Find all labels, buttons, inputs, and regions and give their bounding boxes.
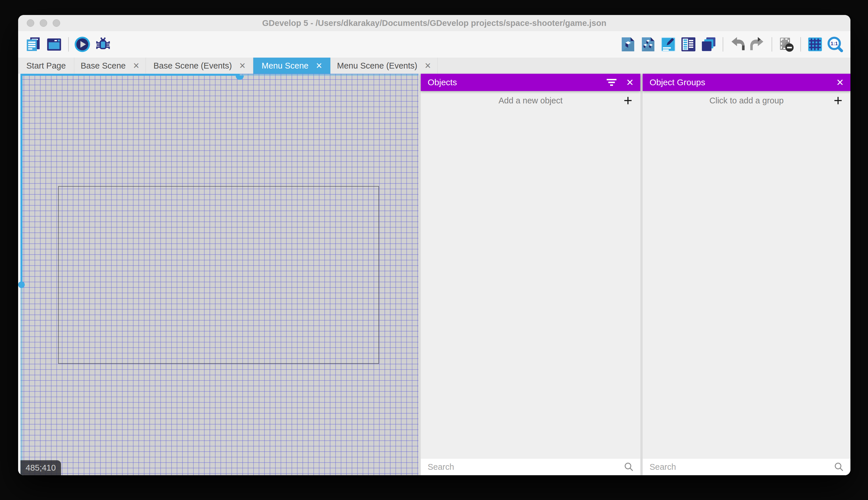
object-groups-search-row bbox=[643, 458, 851, 475]
scene-editor-canvas[interactable]: 485;410 bbox=[18, 74, 419, 475]
object-groups-panel-title: Object Groups bbox=[649, 78, 826, 87]
toolbar-divider bbox=[68, 37, 69, 52]
close-panel-icon[interactable]: × bbox=[836, 76, 844, 88]
objects-list-empty bbox=[421, 110, 640, 458]
zoom-button[interactable]: 1:1 bbox=[827, 36, 844, 53]
zoom-1to1-icon: 1:1 bbox=[827, 36, 844, 53]
preview-play-icon bbox=[74, 36, 91, 53]
object-groups-panel-header: Object Groups × bbox=[643, 74, 851, 91]
object-groups-list-empty bbox=[643, 110, 851, 458]
macos-minimize-button[interactable] bbox=[40, 19, 47, 27]
add-object-row[interactable]: Add a new object + bbox=[421, 91, 640, 110]
tab-label: Base Scene bbox=[81, 61, 126, 70]
layers-icon bbox=[700, 36, 717, 53]
instances-list-button[interactable] bbox=[680, 36, 697, 53]
search-icon bbox=[624, 462, 634, 472]
tab-start-page[interactable]: Start Page bbox=[18, 58, 74, 74]
project-manager-icon bbox=[25, 36, 42, 53]
object-groups-icon bbox=[640, 36, 656, 53]
tab-label: Start Page bbox=[26, 61, 66, 70]
tab-label: Menu Scene (Events) bbox=[337, 61, 417, 70]
canvas-edge-strip bbox=[18, 74, 21, 475]
window-title: GDevelop 5 - /Users/dkarakay/Documents/G… bbox=[18, 15, 851, 31]
horizontal-scrollbar-thumb[interactable] bbox=[236, 76, 244, 80]
object-groups-search-input[interactable] bbox=[649, 462, 834, 472]
layers-button[interactable] bbox=[700, 36, 717, 53]
close-tab-icon[interactable]: × bbox=[425, 60, 431, 71]
vertical-scrollbar-track[interactable] bbox=[21, 285, 22, 475]
plus-icon[interactable]: + bbox=[834, 93, 842, 108]
title-bar: GDevelop 5 - /Users/dkarakay/Documents/G… bbox=[18, 15, 851, 31]
panel-divider[interactable] bbox=[419, 74, 421, 475]
objects-editor-icon bbox=[620, 36, 636, 53]
undo-button[interactable] bbox=[729, 36, 746, 53]
objects-panel-header: Objects × bbox=[421, 74, 640, 91]
add-group-label: Click to add a group bbox=[709, 96, 784, 105]
plus-icon[interactable]: + bbox=[624, 93, 632, 108]
search-icon bbox=[834, 462, 844, 472]
close-panel-icon[interactable]: × bbox=[626, 76, 633, 88]
tab-base-scene[interactable]: Base Scene × bbox=[74, 58, 146, 74]
tab-label: Base Scene (Events) bbox=[153, 61, 232, 70]
vertical-scrollbar-thumb[interactable] bbox=[18, 281, 25, 288]
object-groups-button[interactable] bbox=[640, 36, 656, 53]
toggle-grid-icon bbox=[807, 36, 823, 53]
toggle-mask-icon bbox=[778, 36, 795, 53]
filter-icon[interactable] bbox=[607, 78, 617, 87]
add-object-label: Add a new object bbox=[498, 96, 562, 105]
zoom-level-label: 1:1 bbox=[831, 41, 838, 46]
scene-window-frame bbox=[58, 186, 379, 364]
horizontal-scrollbar-fill[interactable] bbox=[21, 74, 240, 76]
add-group-row[interactable]: Click to add a group + bbox=[643, 91, 851, 110]
toggle-grid-button[interactable] bbox=[807, 36, 823, 53]
undo-icon bbox=[729, 36, 746, 53]
tab-menu-scene-events[interactable]: Menu Scene (Events) × bbox=[330, 58, 438, 74]
project-manager-button[interactable] bbox=[25, 36, 42, 53]
toggle-mask-button[interactable] bbox=[778, 36, 795, 53]
redo-icon bbox=[749, 36, 766, 53]
macos-close-button[interactable] bbox=[27, 19, 34, 27]
toolbar-right-group: 1:1 bbox=[616, 36, 844, 53]
tab-base-scene-events[interactable]: Base Scene (Events) × bbox=[146, 58, 253, 74]
main-toolbar: 1:1 bbox=[18, 31, 851, 58]
tab-bar: Start Page Base Scene × Base Scene (Even… bbox=[18, 58, 851, 74]
toolbar-divider bbox=[772, 37, 772, 52]
debug-button[interactable] bbox=[95, 36, 112, 53]
object-groups-panel: Object Groups × Click to add a group + bbox=[643, 74, 851, 475]
preview-play-button[interactable] bbox=[74, 36, 91, 53]
scene-window-icon bbox=[46, 36, 62, 53]
objects-editor-button[interactable] bbox=[620, 36, 636, 53]
instances-list-icon bbox=[680, 36, 697, 53]
objects-search-row bbox=[421, 458, 640, 475]
toolbar-divider bbox=[800, 37, 801, 52]
debug-icon bbox=[95, 36, 112, 53]
macos-zoom-button[interactable] bbox=[53, 19, 60, 27]
toolbar-divider bbox=[723, 37, 723, 52]
close-tab-icon[interactable]: × bbox=[239, 60, 246, 71]
objects-panel-title: Objects bbox=[428, 78, 597, 87]
properties-button[interactable] bbox=[660, 36, 677, 53]
screen: { "window": { "title": "GDevelop 5 - /Us… bbox=[0, 0, 868, 500]
vertical-scrollbar-fill[interactable] bbox=[21, 74, 22, 285]
properties-icon bbox=[660, 36, 677, 53]
tab-label: Menu Scene bbox=[262, 61, 308, 70]
close-tab-icon[interactable]: × bbox=[133, 60, 139, 71]
tab-menu-scene[interactable]: Menu Scene × bbox=[253, 58, 330, 74]
redo-button[interactable] bbox=[749, 36, 766, 53]
objects-panel: Objects × Add a new object + bbox=[421, 74, 640, 475]
cursor-coordinates-badge: 485;410 bbox=[21, 460, 61, 475]
gdevelop-window: GDevelop 5 - /Users/dkarakay/Documents/G… bbox=[18, 15, 851, 475]
panel-divider[interactable] bbox=[640, 74, 643, 475]
objects-search-input[interactable] bbox=[427, 462, 624, 472]
close-tab-icon[interactable]: × bbox=[316, 60, 322, 71]
scene-window-button[interactable] bbox=[46, 36, 62, 53]
horizontal-scrollbar-track[interactable] bbox=[240, 74, 419, 76]
